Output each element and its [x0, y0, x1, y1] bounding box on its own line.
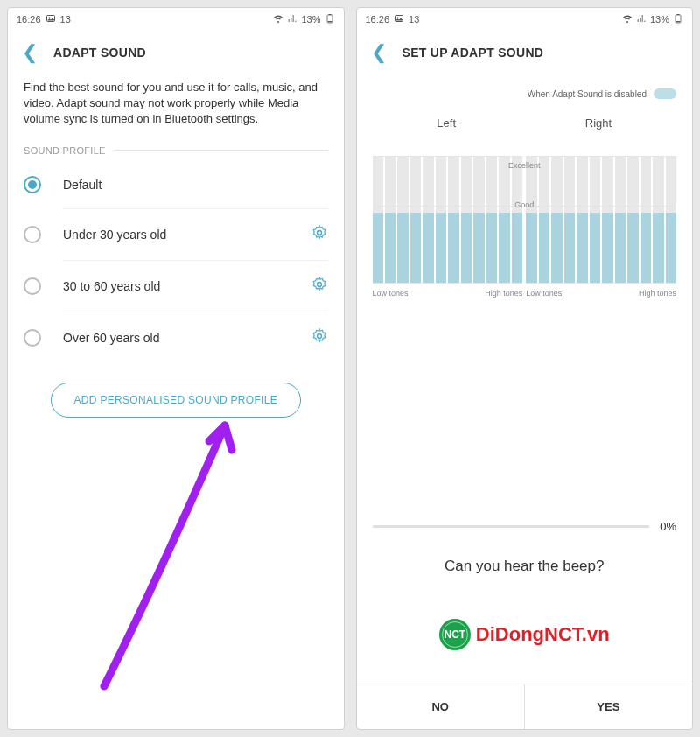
chart-bar: [486, 135, 497, 283]
high-tones-label: High tones: [485, 289, 522, 298]
signal-icon: [636, 13, 647, 25]
progress-row: 0%: [357, 516, 693, 537]
chart-bar: [564, 135, 575, 283]
profile-item-under30[interactable]: Under 30 years old: [24, 208, 328, 260]
yes-button[interactable]: YES: [524, 684, 692, 729]
battery-icon: [673, 13, 683, 25]
toggle-icon[interactable]: [654, 88, 676, 99]
status-bar: 16:26 13 13%: [357, 8, 693, 31]
wifi-icon: [273, 13, 284, 25]
chart-area: Left Right Excellent Good Low tones High…: [357, 108, 693, 306]
profile-item-over60[interactable]: Over 60 years old: [24, 312, 328, 363]
question-text: Can you hear the beep?: [357, 558, 693, 575]
picture-icon: [46, 13, 56, 25]
chart-bar: [423, 135, 433, 283]
chart-bar: [461, 135, 472, 283]
chart-bar: [385, 135, 396, 283]
page-title: SET UP ADAPT SOUND: [402, 46, 544, 60]
chart-bar: [397, 135, 408, 283]
status-notif-count: 13: [409, 14, 419, 25]
chart-bar: [627, 135, 638, 283]
chart-bar: [436, 135, 446, 283]
profile-label: Under 30 years old: [63, 228, 311, 242]
status-time: 16:26: [366, 14, 390, 25]
back-icon[interactable]: ❮: [22, 41, 38, 64]
status-battery-pct: 13%: [301, 14, 320, 25]
status-battery-pct: 13%: [650, 14, 669, 25]
chart-bar: [539, 135, 550, 283]
chart-bar: [526, 135, 536, 283]
page-title: ADAPT SOUND: [53, 46, 146, 60]
chart-left: Low tones High tones: [373, 135, 523, 298]
chart-bar: [473, 135, 484, 283]
chart-right-label: Right: [585, 116, 612, 130]
chart-bar: [666, 135, 676, 283]
status-bar: 16:26 13 13%: [8, 8, 344, 31]
chart-bar: [499, 135, 509, 283]
content-area: Find the best sound for you and use it f…: [8, 80, 344, 729]
watermark-logo: NCT DiDongNCT.vn: [357, 619, 693, 650]
chart-bar: [577, 135, 587, 283]
chart-bar: [602, 135, 612, 283]
chart-bar: [551, 135, 562, 283]
profile-list: Default Under 30 years old 30 to 60 year…: [24, 161, 328, 363]
chart-bar: [653, 135, 663, 283]
chart-bar: [590, 135, 600, 283]
radio-icon[interactable]: [24, 226, 41, 243]
svg-rect-3: [328, 14, 331, 15]
gear-icon[interactable]: [311, 276, 328, 297]
battery-icon: [325, 13, 335, 25]
status-time: 16:26: [17, 14, 41, 25]
chart-bar: [512, 135, 522, 283]
progress-bar: [373, 525, 650, 528]
profile-item-default[interactable]: Default: [24, 161, 328, 208]
svg-point-7: [317, 333, 321, 338]
svg-point-5: [317, 230, 321, 235]
profile-label: 30 to 60 years old: [63, 279, 311, 293]
description-text: Find the best sound for you and use it f…: [24, 80, 328, 128]
status-notif-count: 13: [60, 14, 71, 25]
chart-right: Low tones High tones: [526, 135, 676, 298]
phone-left: 16:26 13 13% ❮ ADAPT SOUND Find the best…: [7, 7, 345, 730]
logo-text: DiDongNCT.vn: [476, 623, 610, 646]
svg-point-9: [397, 17, 399, 18]
chart-bar: [615, 135, 626, 283]
chart-bar: [640, 135, 651, 283]
radio-selected-icon[interactable]: [24, 176, 41, 193]
profile-item-30to60[interactable]: 30 to 60 years old: [24, 260, 328, 312]
low-tones-label: Low tones: [373, 289, 409, 298]
disabled-sound-toggle[interactable]: When Adapt Sound is disabled: [357, 80, 693, 108]
radio-icon[interactable]: [24, 277, 41, 295]
gear-icon[interactable]: [311, 327, 328, 348]
svg-point-6: [317, 282, 321, 286]
svg-rect-11: [677, 14, 680, 15]
header: ❮ SET UP ADAPT SOUND: [357, 31, 693, 80]
no-button[interactable]: NO: [357, 684, 524, 729]
picture-icon: [394, 13, 404, 25]
add-profile-button[interactable]: ADD PERSONALISED SOUND PROFILE: [51, 383, 301, 418]
svg-rect-12: [676, 21, 681, 22]
toggle-label: When Adapt Sound is disabled: [528, 89, 647, 99]
high-tones-label: High tones: [639, 289, 676, 298]
radio-icon[interactable]: [24, 329, 41, 347]
profile-label: Default: [63, 178, 328, 192]
profile-label: Over 60 years old: [63, 331, 311, 345]
chart-bar: [410, 135, 421, 283]
gear-icon[interactable]: [311, 224, 328, 245]
signal-icon: [287, 13, 298, 25]
svg-rect-4: [327, 21, 332, 22]
wifi-icon: [622, 13, 633, 25]
chart-bar: [448, 135, 458, 283]
back-icon[interactable]: ❮: [371, 41, 387, 64]
svg-point-1: [48, 17, 50, 18]
chart-left-label: Left: [437, 116, 456, 130]
progress-percent: 0%: [660, 520, 676, 533]
section-label: SOUND PROFILE: [24, 145, 328, 156]
button-row: NO YES: [357, 684, 693, 729]
chart-bar: [373, 135, 383, 283]
logo-badge: NCT: [439, 619, 471, 650]
header: ❮ ADAPT SOUND: [8, 31, 344, 80]
low-tones-label: Low tones: [526, 289, 562, 298]
phone-right: 16:26 13 13% ❮ SET UP ADAPT SOUND When A…: [356, 7, 694, 730]
